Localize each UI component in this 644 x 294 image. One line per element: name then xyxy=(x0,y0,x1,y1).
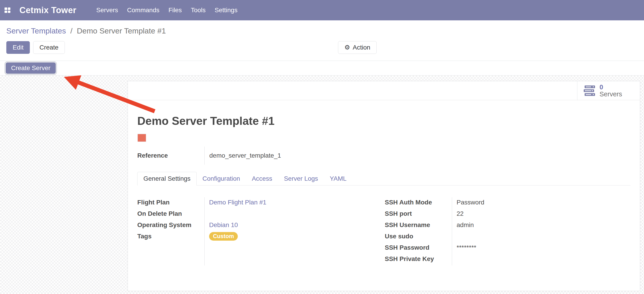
breadcrumb: Server Templates / Demo Server Template … xyxy=(6,26,644,35)
field-row-use-sudo: Use sudo xyxy=(385,232,630,241)
brand-title[interactable]: Cetmix Tower xyxy=(20,6,76,15)
card-header: 0 Servers xyxy=(128,81,640,100)
button-row: Edit Create ⚙ Action xyxy=(0,41,644,54)
field-row-ssh-private-key: SSH Private Key xyxy=(385,255,630,263)
field-label-operating-system: Operating System xyxy=(137,221,204,229)
toolbar-strip: Create Server xyxy=(0,61,644,76)
tab-general-settings[interactable]: General Settings xyxy=(137,172,197,186)
nav-menu: Servers Commands Files Tools Settings xyxy=(96,7,237,14)
field-value-reference: demo_server_template_1 xyxy=(204,152,281,159)
field-label-use-sudo: Use sudo xyxy=(385,233,452,240)
main-area: 0 Servers Demo Server Template #1 Refere… xyxy=(0,76,644,294)
field-row-ssh-password: SSH Password ******** xyxy=(385,243,630,252)
nav-item-settings[interactable]: Settings xyxy=(215,7,238,14)
field-label-flight-plan: Flight Plan xyxy=(137,199,204,206)
breadcrumb-parent-link[interactable]: Server Templates xyxy=(6,27,66,35)
nav-item-tools[interactable]: Tools xyxy=(191,7,206,14)
nav-item-commands[interactable]: Commands xyxy=(127,7,160,14)
field-row-ssh-auth-mode: SSH Auth Mode Password xyxy=(385,198,630,207)
color-tag[interactable] xyxy=(137,134,146,142)
nav-item-servers[interactable]: Servers xyxy=(96,7,118,14)
stat-text: 0 Servers xyxy=(600,84,622,97)
nav-item-files[interactable]: Files xyxy=(168,7,182,14)
tag-badge-custom: Custom xyxy=(209,232,238,241)
field-row-operating-system: Operating System Debian 10 xyxy=(137,221,385,229)
field-label-tags: Tags xyxy=(137,233,204,240)
breadcrumb-current: Demo Server Template #1 xyxy=(77,27,166,35)
action-button-label: Action xyxy=(353,44,370,51)
right-field-group: SSH Auth Mode Password SSH port 22 SSH U… xyxy=(385,198,630,266)
reference-field-row: Reference demo_server_template_1 xyxy=(137,146,630,165)
field-label-reference: Reference xyxy=(137,152,204,159)
servers-label: Servers xyxy=(600,91,622,97)
edit-button[interactable]: Edit xyxy=(6,41,30,54)
form-card: 0 Servers Demo Server Template #1 Refere… xyxy=(128,81,640,291)
control-panel: Server Templates / Demo Server Template … xyxy=(0,20,644,54)
field-label-ssh-port: SSH port xyxy=(385,210,452,217)
field-label-on-delete-plan: On Delete Plan xyxy=(137,210,204,217)
field-row-flight-plan: Flight Plan Demo Flight Plan #1 xyxy=(137,198,385,207)
action-button[interactable]: ⚙ Action xyxy=(338,41,377,54)
tab-access[interactable]: Access xyxy=(246,172,278,185)
field-label-ssh-auth-mode: SSH Auth Mode xyxy=(385,199,452,206)
field-row-ssh-port: SSH port 22 xyxy=(385,209,630,218)
left-field-group: Flight Plan Demo Flight Plan #1 On Delet… xyxy=(137,198,385,266)
field-label-ssh-username: SSH Username xyxy=(385,221,452,229)
field-label-ssh-private-key: SSH Private Key xyxy=(385,255,452,262)
gear-icon: ⚙ xyxy=(344,44,350,51)
servers-count: 0 xyxy=(600,84,603,90)
field-value-flight-plan[interactable]: Demo Flight Plan #1 xyxy=(209,199,266,206)
create-button[interactable]: Create xyxy=(33,41,65,54)
breadcrumb-separator: / xyxy=(70,27,72,35)
tab-bar: General Settings Configuration Access Se… xyxy=(137,172,630,186)
field-value-ssh-port: 22 xyxy=(456,210,464,217)
form-sheet: Demo Server Template #1 Reference demo_s… xyxy=(128,115,640,266)
field-row-ssh-username: SSH Username admin xyxy=(385,221,630,229)
tab-configuration[interactable]: Configuration xyxy=(197,172,246,185)
field-value-ssh-auth-mode: Password xyxy=(456,199,484,206)
record-title: Demo Server Template #1 xyxy=(137,115,630,127)
apps-menu-icon[interactable] xyxy=(4,8,10,13)
servers-stat-button[interactable]: 0 Servers xyxy=(577,81,640,100)
field-label-ssh-password: SSH Password xyxy=(385,244,452,251)
create-server-button[interactable]: Create Server xyxy=(6,62,56,74)
field-value-ssh-username: admin xyxy=(456,221,474,229)
field-value-ssh-password: ******** xyxy=(456,244,476,251)
tab-server-logs[interactable]: Server Logs xyxy=(278,172,324,185)
top-navbar: Cetmix Tower Servers Commands Files Tool… xyxy=(0,0,644,20)
server-stack-icon xyxy=(584,85,596,96)
field-row-tags: Tags Custom xyxy=(137,232,385,241)
field-groups: Flight Plan Demo Flight Plan #1 On Delet… xyxy=(137,198,630,266)
field-value-operating-system[interactable]: Debian 10 xyxy=(209,221,238,229)
tab-yaml[interactable]: YAML xyxy=(324,172,352,185)
field-row-on-delete-plan: On Delete Plan xyxy=(137,209,385,218)
